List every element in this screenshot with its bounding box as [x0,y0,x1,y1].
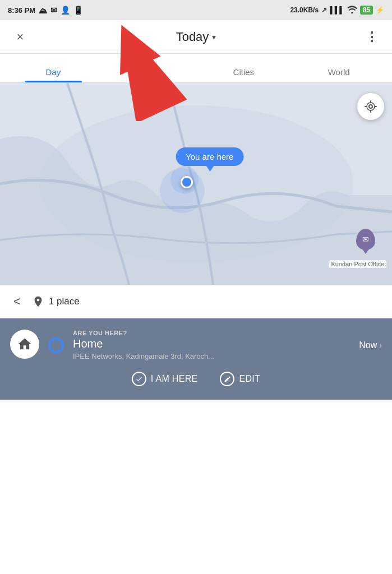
post-office-label: Kundan Post Office [329,260,386,268]
post-marker-pin: ✉ [356,229,375,250]
card-info: ARE YOU HERE? Home IPEE Networks, Kading… [73,330,350,360]
red-arrow-annotation [95,20,252,121]
place-name: Home [73,337,350,350]
user-icon: 👤 [61,6,70,15]
mail-icon: ✉ [50,6,57,15]
edit-icon [224,376,231,383]
status-left: 8:36 PM ⛰ ✉ 👤 📱 [8,6,83,15]
are-you-here-label: ARE YOU HERE? [73,330,350,336]
i-am-here-label: I AM HERE [151,374,198,384]
close-icon: × [17,30,24,44]
checkmark-icon [135,375,143,383]
status-bar: 8:36 PM ⛰ ✉ 👤 📱 23.0KB/s ↗ ▌▌▌ 85 ⚡ [0,0,392,20]
time-display: 8:36 PM [8,6,35,15]
my-location-button[interactable] [357,93,384,120]
places-nav-row: < 1 place [0,285,392,318]
location-card: ARE YOU HERE? Home IPEE Networks, Kading… [0,318,392,400]
edit-label: EDIT [239,374,260,384]
menu-button[interactable]: ⋮ [362,27,382,47]
blue-ring-indicator [48,337,64,353]
mountain-icon: ⛰ [39,6,47,15]
places-count: 1 place [32,295,80,308]
edit-circle-icon [220,372,234,386]
user-location-dot [181,176,193,188]
battery-charge-icon: ⚡ [376,6,384,14]
battery-level: 85 [360,6,373,15]
you-are-here-bubble: You are here [176,147,243,166]
signal-arrow-icon: ↗ [321,6,327,14]
place-count-text: 1 place [49,296,80,307]
status-right: 23.0KB/s ↗ ▌▌▌ 85 ⚡ [290,6,384,15]
pin-icon [32,295,44,308]
home-icon-circle [10,330,39,359]
edit-button[interactable]: EDIT [220,372,260,386]
svg-point-4 [369,105,372,108]
wifi-icon [347,6,357,15]
svg-marker-0 [96,20,187,121]
time-chevron-icon: › [379,341,382,350]
check-circle-icon [132,372,146,386]
back-button[interactable]: < [10,291,24,312]
place-address: IPEE Networks, Kadingamale 3rd, Karoch..… [73,352,350,360]
card-inner: ARE YOU HERE? Home IPEE Networks, Kading… [10,330,382,360]
home-icon [17,336,33,352]
signal-bars-icon: ▌▌▌ [330,6,344,14]
tab-world[interactable]: World [291,59,386,82]
data-speed: 23.0KB/s [290,6,319,14]
post-office-marker: ✉ [356,229,375,250]
kebab-menu-icon: ⋮ [366,30,378,44]
time-label: Now [359,340,377,350]
i-am-here-button[interactable]: I AM HERE [132,372,198,386]
svg-point-5 [367,103,375,110]
card-actions: I AM HERE EDIT [10,372,382,386]
tab-day[interactable]: Day [6,59,101,82]
whatsapp-icon: 📱 [73,6,83,15]
card-time: Now › [359,340,382,350]
location-target-icon [364,100,377,113]
close-button[interactable]: × [10,27,30,47]
